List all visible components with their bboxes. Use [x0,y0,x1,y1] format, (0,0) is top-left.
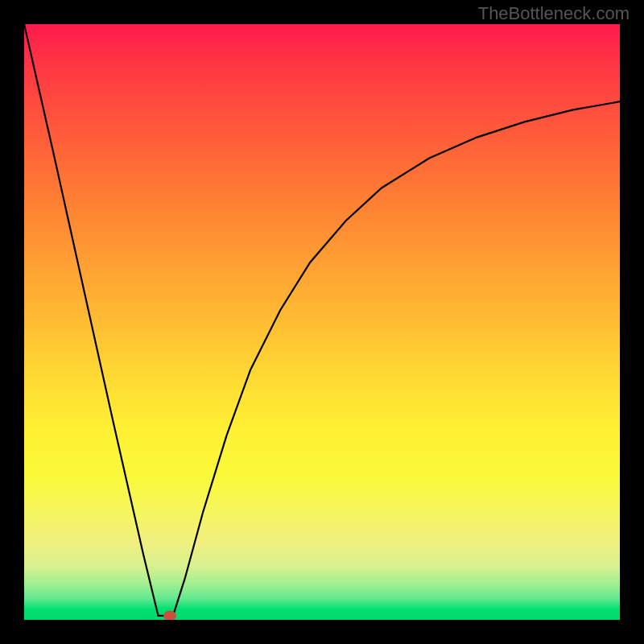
chart-plot-area [24,24,620,620]
optimal-point-marker [163,610,176,620]
chart-curve-svg [24,24,620,620]
bottleneck-curve [24,24,620,616]
watermark-text: TheBottleneck.com [478,3,630,24]
